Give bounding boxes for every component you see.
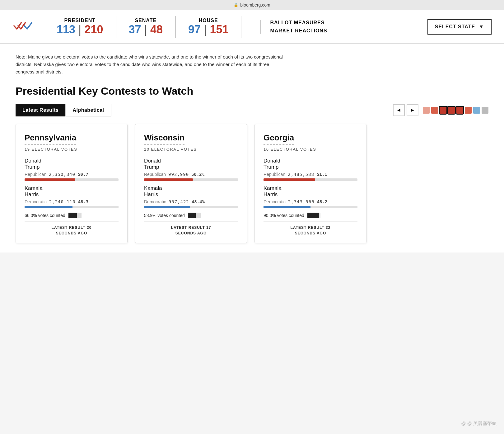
harris-bar-bg-1 bbox=[144, 206, 238, 208]
contest-card-0: Pennsylvania 19 ELECTORAL VOTES DonaldTr… bbox=[16, 124, 128, 243]
trump-votes-2: 2,485,588 bbox=[288, 172, 314, 177]
latest-result-1: LATEST RESULT 17SECONDS AGO bbox=[144, 221, 238, 236]
harris-bar-1 bbox=[144, 206, 190, 208]
card-state-1: Wisconsin bbox=[144, 133, 184, 144]
candidate-trump-1: DonaldTrump Republican 992,990 50.2% bbox=[144, 158, 238, 181]
senate-stat: SENATE 37 | 48 bbox=[129, 18, 163, 36]
nav-links: BALLOT MEASURES MARKET REACTIONS bbox=[260, 20, 336, 34]
mini-bar-inner-1 bbox=[188, 213, 196, 218]
latest-result-2: LATEST RESULT 32SECONDS AGO bbox=[264, 221, 357, 236]
trump-bar-0 bbox=[25, 178, 75, 181]
votes-counted-text-1: 58.9% votes counted bbox=[144, 213, 185, 218]
president-red: 210 bbox=[84, 23, 103, 36]
harris-votes-1: 957,422 bbox=[169, 199, 189, 204]
select-state-label: SELECT STATE bbox=[435, 24, 475, 30]
browser-bar: 🔒 bloomberg.com bbox=[0, 0, 504, 10]
divider-2 bbox=[175, 16, 176, 38]
prev-page-button[interactable]: ◄ bbox=[393, 104, 405, 116]
mini-bar-outer-2 bbox=[307, 213, 320, 218]
harris-bar-2 bbox=[264, 206, 310, 208]
candidate-trump-2: DonaldTrump Republican 2,485,588 51.1 bbox=[264, 158, 357, 181]
trump-pct-2: 51.1 bbox=[317, 172, 327, 177]
president-blue: 113 bbox=[57, 23, 75, 36]
card-ev-0: 19 ELECTORAL VOTES bbox=[25, 147, 119, 152]
trump-details-0: Republican 2,350,340 50.7 bbox=[25, 172, 119, 177]
ballot-measures-link[interactable]: BALLOT MEASURES bbox=[270, 20, 327, 26]
trump-details-1: Republican 992,990 50.2% bbox=[144, 172, 238, 177]
logo-area bbox=[12, 19, 47, 35]
trump-bar-2 bbox=[264, 178, 315, 181]
trump-name-0: DonaldTrump bbox=[25, 158, 119, 171]
candidate-trump-0: DonaldTrump Republican 2,350,340 50.7 bbox=[25, 158, 119, 181]
contest-card-1: Wisconsin 10 ELECTORAL VOTES DonaldTrump… bbox=[135, 124, 247, 243]
votes-counted-2: 90.0% votes counted bbox=[264, 213, 357, 218]
header: PRESIDENT 113 | 210 SENATE 37 | 48 HOUSE… bbox=[0, 10, 504, 44]
page-dot-5[interactable] bbox=[465, 107, 472, 114]
tab-alphabetical[interactable]: Alphabetical bbox=[65, 104, 111, 116]
harris-votes-0: 2,240,110 bbox=[49, 199, 76, 204]
page-dot-2[interactable] bbox=[440, 107, 446, 114]
harris-bar-bg-2 bbox=[264, 206, 357, 208]
house-label: HOUSE bbox=[188, 18, 228, 23]
section-title: Presidential Key Contests to Watch bbox=[16, 85, 488, 97]
votes-counted-0: 66.0% votes counted bbox=[25, 213, 119, 218]
senate-red: 48 bbox=[150, 23, 163, 36]
candidate-harris-2: KamalaHarris Democratic 2,343,566 48.2 bbox=[264, 185, 357, 208]
harris-votes-2: 2,343,566 bbox=[288, 199, 315, 204]
market-reactions-link[interactable]: MARKET REACTIONS bbox=[270, 28, 327, 34]
votes-counted-1: 58.9% votes counted bbox=[144, 213, 238, 218]
card-ev-1: 10 ELECTORAL VOTES bbox=[144, 147, 238, 152]
harris-party-0: Democratic bbox=[25, 199, 47, 204]
page-dot-0[interactable] bbox=[423, 107, 430, 114]
senate-numbers: 37 | 48 bbox=[129, 23, 163, 36]
mini-bar-inner-0 bbox=[68, 213, 77, 218]
harris-name-1: KamalaHarris bbox=[144, 185, 238, 198]
trump-bar-bg-1 bbox=[144, 178, 238, 181]
harris-party-1: Democratic bbox=[144, 199, 166, 204]
trump-votes-1: 992,990 bbox=[168, 172, 189, 177]
cards-container: Pennsylvania 19 ELECTORAL VOTES DonaldTr… bbox=[16, 124, 488, 243]
page-dot-6[interactable] bbox=[473, 107, 480, 114]
president-label: PRESIDENT bbox=[57, 18, 103, 23]
candidate-harris-0: KamalaHarris Democratic 2,240,110 48.3 bbox=[25, 185, 119, 208]
president-stat: PRESIDENT 113 | 210 bbox=[57, 18, 103, 36]
tab-latest-results[interactable]: Latest Results bbox=[16, 104, 65, 116]
page-dot-7[interactable] bbox=[482, 107, 488, 114]
page-dot-3[interactable] bbox=[448, 107, 455, 114]
lock-icon: 🔒 bbox=[234, 3, 238, 7]
pagination-area: ◄ ► bbox=[393, 104, 488, 116]
harris-name-0: KamalaHarris bbox=[25, 185, 119, 198]
mini-bar-inner-2 bbox=[307, 213, 319, 218]
mini-bar-outer-1 bbox=[188, 213, 201, 218]
harris-bar-bg-0 bbox=[25, 206, 119, 208]
trump-party-2: Republican bbox=[264, 172, 285, 177]
harris-details-2: Democratic 2,343,566 48.2 bbox=[264, 199, 357, 204]
house-blue: 97 bbox=[188, 23, 201, 36]
trump-pct-0: 50.7 bbox=[78, 172, 88, 177]
card-state-0: Pennsylvania bbox=[25, 133, 76, 144]
candidate-harris-1: KamalaHarris Democratic 957,422 48.4% bbox=[144, 185, 238, 208]
trump-party-0: Republican bbox=[25, 172, 46, 177]
select-state-button[interactable]: SELECT STATE ▼ bbox=[427, 19, 492, 35]
bloomberg-logo bbox=[12, 19, 37, 35]
trump-votes-0: 2,350,340 bbox=[49, 172, 75, 177]
next-page-button[interactable]: ► bbox=[407, 104, 418, 116]
election-stats: PRESIDENT 113 | 210 SENATE 37 | 48 HOUSE… bbox=[57, 16, 492, 38]
harris-details-0: Democratic 2,240,110 48.3 bbox=[25, 199, 119, 204]
house-numbers: 97 | 151 bbox=[188, 23, 228, 36]
president-numbers: 113 | 210 bbox=[57, 23, 103, 36]
divider-1 bbox=[116, 16, 116, 38]
harris-details-1: Democratic 957,422 48.4% bbox=[144, 199, 238, 204]
page-dot-4[interactable] bbox=[456, 107, 463, 114]
votes-counted-text-2: 90.0% votes counted bbox=[264, 213, 304, 218]
senate-blue: 37 bbox=[129, 23, 141, 36]
tabs-row: Latest Results Alphabetical ◄ ► bbox=[16, 104, 488, 116]
main-content: Note: Maine gives two electoral votes to… bbox=[0, 44, 504, 252]
page-dot-1[interactable] bbox=[431, 107, 438, 114]
trump-name-2: DonaldTrump bbox=[264, 158, 357, 171]
contest-card-2: Georgia 16 ELECTORAL VOTES DonaldTrump R… bbox=[254, 124, 366, 243]
trump-bar-1 bbox=[144, 178, 193, 181]
latest-result-0: LATEST RESULT 20SECONDS AGO bbox=[25, 221, 119, 236]
harris-pct-2: 48.2 bbox=[317, 199, 328, 204]
house-stat: HOUSE 97 | 151 bbox=[188, 18, 228, 36]
